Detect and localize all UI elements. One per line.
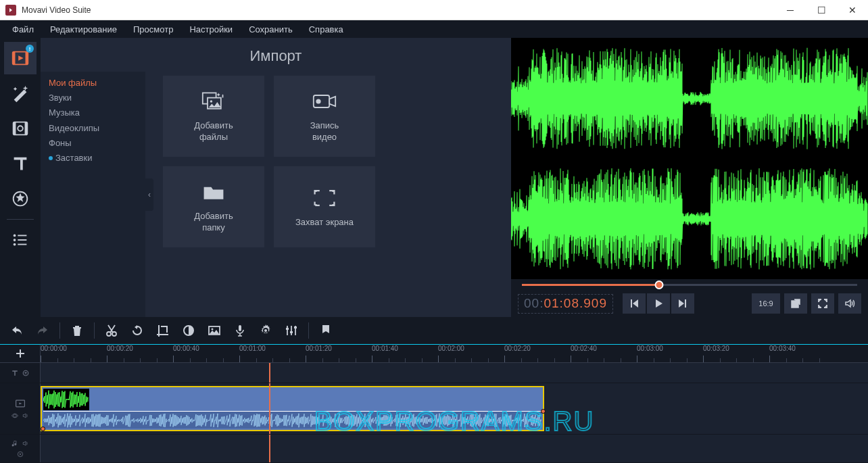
video-track: BOXPROGRAMS.RU	[0, 383, 868, 435]
sidebar-item-1[interactable]: Звуки	[41, 91, 145, 105]
svg-rect-2	[26, 52, 28, 65]
import-tiles: ДобавитьфайлыЗаписьвидеоДобавитьпапкуЗах…	[145, 72, 511, 317]
svg-rect-26	[286, 328, 289, 330]
ruler-tick: 00:02:20	[504, 345, 531, 352]
aspect-ratio-button[interactable]: 16:9	[752, 293, 780, 314]
menu-справка[interactable]: Справка	[301, 22, 352, 37]
menu-настройки[interactable]: Настройки	[181, 22, 241, 37]
svg-point-8	[14, 235, 16, 237]
panel-heading: Импорт	[41, 38, 511, 72]
svg-point-24	[212, 328, 214, 331]
svg-rect-27	[290, 331, 293, 333]
menu-просмотр[interactable]: Просмотр	[125, 22, 181, 37]
detach-preview-button[interactable]	[784, 293, 807, 314]
ruler-tick: 00:02:40	[571, 345, 597, 352]
rail-filters-button[interactable]	[4, 112, 37, 145]
ruler-tick: 00:00:20	[107, 345, 133, 352]
rotate-button[interactable]	[126, 320, 149, 341]
window-titlebar: Movavi Video Suite ─ ☐ ✕	[0, 0, 868, 20]
sidebar-item-2[interactable]: Музыка	[41, 105, 145, 120]
svg-point-18	[316, 99, 320, 104]
crop-button[interactable]	[151, 320, 174, 341]
tile-add-folder[interactable]: Добавитьпапку	[163, 166, 264, 247]
fullscreen-button[interactable]	[811, 293, 834, 314]
title-track	[0, 363, 868, 383]
color-button[interactable]	[177, 320, 200, 341]
video-track-head[interactable]	[0, 383, 41, 434]
gear-button[interactable]	[254, 320, 277, 341]
window-close-button[interactable]: ✕	[837, 0, 868, 20]
svg-rect-25	[239, 325, 241, 331]
svg-rect-1	[13, 52, 16, 65]
svg-rect-11	[18, 239, 26, 241]
undo-button[interactable]	[5, 320, 28, 341]
timecode-active: 01:08.909	[544, 296, 607, 310]
timeline: 00:00:0000:00:2000:00:4000:01:0000:01:20…	[0, 344, 868, 463]
waveform-channel-right	[511, 160, 868, 278]
title-track-head[interactable]	[0, 363, 41, 383]
waveform-channel-left	[511, 39, 868, 158]
ruler-tick: 00:01:20	[306, 345, 332, 352]
svg-point-16	[210, 100, 213, 103]
window-maximize-button[interactable]: ☐	[806, 0, 837, 20]
next-frame-button[interactable]	[671, 293, 694, 314]
scrub-bar[interactable]	[511, 279, 868, 290]
svg-rect-5	[25, 122, 28, 135]
timecode-display[interactable]: 00:01:08.909	[518, 294, 613, 314]
svg-rect-4	[14, 122, 16, 135]
svg-rect-28	[294, 326, 297, 328]
timeline-ruler[interactable]: 00:00:0000:00:2000:00:4000:01:0000:01:20…	[41, 345, 868, 362]
rail-titles-button[interactable]	[4, 147, 37, 180]
rail-import-button[interactable]: !	[4, 42, 37, 74]
svg-point-12	[14, 243, 16, 246]
sidebar-item-5[interactable]: Заставки	[41, 151, 145, 166]
audio-track-body[interactable]	[41, 435, 868, 462]
sidebar-item-0[interactable]: Мои файлы	[41, 76, 145, 91]
picture-button[interactable]	[203, 320, 226, 341]
mic-button[interactable]	[228, 320, 251, 341]
clip-fade-left-handle[interactable]	[41, 427, 45, 431]
sidebar-item-4[interactable]: Фоны	[41, 136, 145, 151]
tile-record-video[interactable]: Записьвидео	[274, 76, 375, 157]
clip-fade-right-handle[interactable]	[541, 409, 546, 414]
audio-track	[0, 435, 868, 463]
audio-track-head[interactable]	[0, 435, 41, 462]
rail-list-button[interactable]	[4, 224, 37, 256]
equalizer-button[interactable]	[280, 320, 303, 341]
ruler-tick: 00:03:20	[703, 345, 729, 352]
rail-stickers-button[interactable]	[4, 182, 37, 215]
preview-panel: 00:01:08.909 16:9	[511, 38, 868, 317]
app-icon	[5, 5, 16, 16]
window-title: Movavi Video Suite	[22, 5, 775, 15]
title-track-body[interactable]	[41, 363, 868, 383]
video-clip[interactable]	[41, 386, 544, 431]
menu-сохранить[interactable]: Сохранить	[241, 22, 301, 37]
rail-magic-wand-button[interactable]	[4, 77, 37, 109]
play-button[interactable]	[647, 293, 670, 314]
ruler-tick: 00:03:00	[637, 345, 663, 352]
svg-point-31	[13, 414, 16, 417]
ruler-tick: 00:01:00	[239, 345, 266, 352]
ruler-tick: 00:03:40	[769, 345, 796, 352]
add-track-button[interactable]	[0, 345, 41, 362]
center-panel: Импорт Мои файлыЗвукиМузыкаВидеоклипыФон…	[41, 38, 511, 317]
menu-редактирование[interactable]: Редактирование	[42, 22, 125, 37]
marker-button[interactable]	[314, 320, 337, 341]
left-tool-rail: !	[0, 38, 41, 317]
video-track-body[interactable]: BOXPROGRAMS.RU	[41, 383, 868, 434]
cut-button[interactable]	[100, 320, 123, 341]
window-minimize-button[interactable]: ─	[775, 0, 806, 20]
edit-toolbar	[0, 317, 868, 344]
waveform-view	[511, 38, 868, 279]
preview-controls: 00:01:08.909 16:9	[511, 290, 868, 317]
volume-button[interactable]	[838, 293, 861, 314]
delete-button[interactable]	[66, 320, 89, 341]
prev-frame-button[interactable]	[623, 293, 646, 314]
menu-файл[interactable]: Файл	[4, 22, 42, 37]
svg-rect-17	[314, 95, 329, 107]
sidebar-item-3[interactable]: Видеоклипы	[41, 121, 145, 136]
ruler-tick: 00:01:40	[372, 345, 398, 352]
tile-screen-capture[interactable]: Захват экрана	[274, 166, 375, 247]
tile-add-files[interactable]: Добавитьфайлы	[163, 76, 264, 157]
sidebar-collapse-handle[interactable]: ‹	[145, 178, 153, 211]
